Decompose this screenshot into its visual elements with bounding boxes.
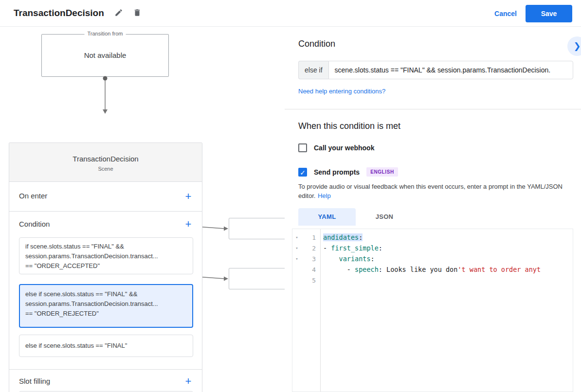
plus-icon: + [185,218,192,230]
add-on-enter-button[interactable]: + [182,191,194,202]
chevron-right-icon: ❯ [573,41,581,51]
scene-canvas: Transition from Not available Transition… [0,27,292,392]
transition-from-box[interactable]: Transition from Not available [41,34,169,77]
collapse-panel-button[interactable]: ❯ [567,36,581,56]
condition-text: else if scene.slots.status == "FINAL" [25,341,127,351]
on-enter-label: On enter [19,192,47,200]
line-number: 5 [301,277,320,284]
transition-from-value: Not available [42,51,168,59]
transition-to-card: Transition to TransactionDecision Scene … [9,143,202,392]
condition-card-1[interactable]: if scene.slots.status == "FINAL" && sess… [19,237,193,274]
else-if-chip: else if [298,61,328,79]
condition-text: session.params.TransactionDecision.trans… [25,251,187,261]
transition-target-box-1[interactable] [229,218,292,239]
code-line-3: variants: [321,253,573,264]
editor-content: andidates: - first_simple: variants: - s… [321,229,573,392]
condition-section-label: Condition [19,220,50,229]
line-number: 3 [301,255,320,263]
language-badge: ENGLISH [366,167,398,177]
send-prompts-label: Send prompts [314,168,360,176]
fold-arrow-icon[interactable]: ▾ [292,235,301,240]
condition-expression-input[interactable]: scene.slots.status == "FINAL" && session… [328,61,573,79]
pencil-icon [114,8,123,18]
trash-icon [133,8,142,18]
prompt-description: To provide audio or visual feedback when… [298,183,563,199]
save-button[interactable]: Save [526,5,572,22]
edit-title-button[interactable] [110,4,127,22]
plus-icon: + [185,190,192,202]
transition-target-box-2[interactable] [229,268,292,289]
add-slot-button[interactable]: + [182,375,194,387]
code-line-5 [321,275,573,285]
condition-text: session.params.TransactionDecision.trans… [25,299,187,309]
delete-scene-button[interactable] [128,4,146,22]
line-number: 1 [301,234,320,241]
code-line-4: - speech: Looks like you don't want to o… [321,264,573,275]
scene-type: Scene [9,166,202,172]
panel-divider [285,109,581,109]
condition-text: == "ORDER_REJECTED" [25,309,187,319]
add-condition-button[interactable]: + [182,218,194,230]
editor-tabs: YAML JSON [298,208,444,226]
tab-yaml[interactable]: YAML [298,208,356,226]
page-title: TransactionDecision [14,8,104,18]
scene-card-header: TransactionDecision Scene [9,143,202,182]
cancel-button[interactable]: Cancel [494,0,517,27]
topbar: TransactionDecision Cancel Save [0,0,581,27]
divider [9,369,202,370]
fold-arrow-icon[interactable]: ▾ [292,246,301,250]
condition-text: else if scene.slots.status == "FINAL" && [25,289,187,299]
panel-condition-title: Condition [298,39,335,49]
call-webhook-label: Call your webhook [314,144,374,152]
help-link[interactable]: Help [318,192,331,199]
condition-text: if scene.slots.status == "FINAL" && [25,242,187,251]
slot-filling-label: Slot filling [19,377,50,386]
condition-card-3[interactable]: else if scene.slots.status == "FINAL" [19,335,193,357]
check-icon: ✓ [300,169,306,177]
code-line-1: andidates: [321,232,573,243]
yaml-code-editor[interactable]: ▾1 ▾2 ▾3 4 5 andidates: - first_simple: … [292,229,573,392]
call-webhook-checkbox[interactable] [298,143,307,152]
condition-text: == "ORDER_ACCEPTED" [25,261,187,271]
scene-name: TransactionDecision [9,155,202,163]
condition-help-link[interactable]: Need help entering conditions? [298,88,385,95]
when-condition-title: When this condition is met [298,121,400,131]
transition-from-label: Transition from [85,31,126,36]
send-prompts-checkbox[interactable]: ✓ [298,168,307,177]
condition-editor-panel: ❯ Condition else if scene.slots.status =… [285,27,581,392]
fold-arrow-icon[interactable]: ▾ [292,256,301,261]
line-number: 4 [301,266,320,273]
plus-icon: + [185,375,192,387]
line-number: 2 [301,245,320,252]
tab-json[interactable]: JSON [356,208,413,226]
condition-card-2-selected[interactable]: else if scene.slots.status == "FINAL" &&… [19,284,193,328]
editor-gutter: ▾1 ▾2 ▾3 4 5 [292,229,321,392]
code-line-2: - first_simple: [321,243,573,253]
divider [9,211,202,212]
